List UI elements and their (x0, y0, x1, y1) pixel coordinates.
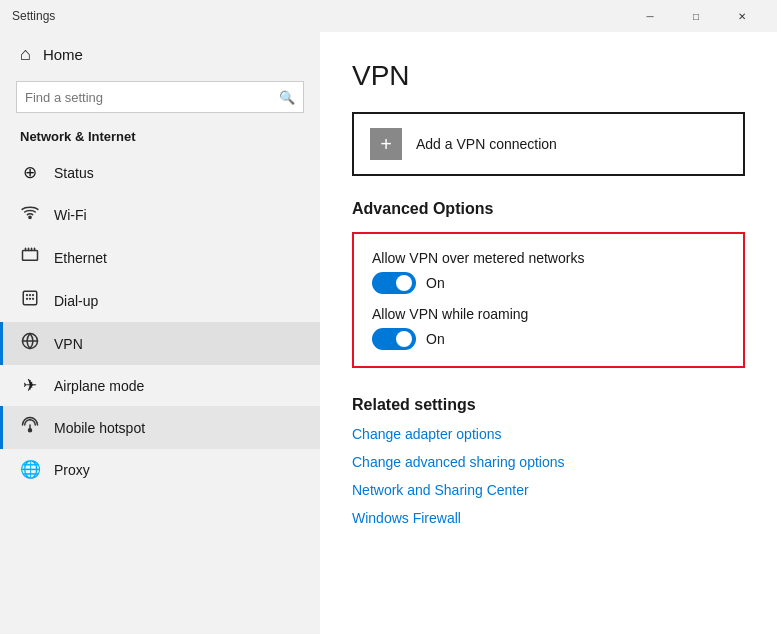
network-sharing-center-link[interactable]: Network and Sharing Center (352, 482, 745, 498)
toggle1-label: Allow VPN over metered networks (372, 250, 725, 266)
sidebar-item-home[interactable]: ⌂ Home (0, 32, 320, 77)
sidebar-item-label: Ethernet (54, 250, 107, 266)
toggle1-control: On (372, 272, 725, 294)
sidebar-item-hotspot[interactable]: Mobile hotspot (0, 406, 320, 449)
toggle2-switch[interactable] (372, 328, 416, 350)
sidebar-item-label: Airplane mode (54, 378, 144, 394)
toggle2-state: On (426, 331, 445, 347)
sidebar-item-label: Dial-up (54, 293, 98, 309)
toggle-row-roaming: Allow VPN while roaming On (372, 306, 725, 350)
vpn-icon (20, 332, 40, 355)
sidebar-item-proxy[interactable]: 🌐 Proxy (0, 449, 320, 490)
sidebar-item-wifi[interactable]: Wi-Fi (0, 193, 320, 236)
advanced-options-title: Advanced Options (352, 200, 745, 218)
sidebar-item-status[interactable]: ⊕ Status (0, 152, 320, 193)
toggle1-state: On (426, 275, 445, 291)
related-settings-title: Related settings (352, 396, 745, 414)
sidebar-item-label: VPN (54, 336, 83, 352)
close-button[interactable]: ✕ (719, 0, 765, 32)
home-icon: ⌂ (20, 44, 31, 65)
toggle2-label: Allow VPN while roaming (372, 306, 725, 322)
proxy-icon: 🌐 (20, 459, 40, 480)
change-adapter-link[interactable]: Change adapter options (352, 426, 745, 442)
sidebar-item-airplane[interactable]: ✈ Airplane mode (0, 365, 320, 406)
sidebar-item-ethernet[interactable]: Ethernet (0, 236, 320, 279)
app-body: ⌂ Home 🔍 Network & Internet ⊕ Status Wi-… (0, 32, 777, 634)
sidebar-item-label: Proxy (54, 462, 90, 478)
toggle-row-metered: Allow VPN over metered networks On (372, 250, 725, 294)
main-content: VPN + Add a VPN connection Advanced Opti… (320, 32, 777, 634)
search-input[interactable] (25, 90, 279, 105)
sidebar-item-label: Status (54, 165, 94, 181)
search-box: 🔍 (16, 81, 304, 113)
dialup-icon (20, 289, 40, 312)
add-vpn-button[interactable]: + Add a VPN connection (352, 112, 745, 176)
ethernet-icon (20, 246, 40, 269)
sidebar-item-vpn[interactable]: VPN (0, 322, 320, 365)
sidebar-home-label: Home (43, 46, 83, 63)
window-controls: ─ □ ✕ (627, 0, 765, 32)
toggle2-control: On (372, 328, 725, 350)
airplane-icon: ✈ (20, 375, 40, 396)
page-title: VPN (352, 60, 745, 92)
status-icon: ⊕ (20, 162, 40, 183)
advanced-options-box: Allow VPN over metered networks On Allow… (352, 232, 745, 368)
sidebar-item-dialup[interactable]: Dial-up (0, 279, 320, 322)
search-icon: 🔍 (279, 90, 295, 105)
svg-rect-1 (23, 251, 38, 261)
window-title: Settings (12, 9, 627, 23)
sidebar-section-title: Network & Internet (0, 125, 320, 152)
titlebar: Settings ─ □ ✕ (0, 0, 777, 32)
svg-point-0 (29, 216, 31, 218)
sidebar-item-label: Wi-Fi (54, 207, 87, 223)
toggle1-switch[interactable] (372, 272, 416, 294)
add-vpn-label: Add a VPN connection (416, 136, 557, 152)
add-vpn-icon: + (370, 128, 402, 160)
sidebar: ⌂ Home 🔍 Network & Internet ⊕ Status Wi-… (0, 32, 320, 634)
change-sharing-link[interactable]: Change advanced sharing options (352, 454, 745, 470)
hotspot-icon (20, 416, 40, 439)
wifi-icon (20, 203, 40, 226)
windows-firewall-link[interactable]: Windows Firewall (352, 510, 745, 526)
sidebar-item-label: Mobile hotspot (54, 420, 145, 436)
minimize-button[interactable]: ─ (627, 0, 673, 32)
maximize-button[interactable]: □ (673, 0, 719, 32)
